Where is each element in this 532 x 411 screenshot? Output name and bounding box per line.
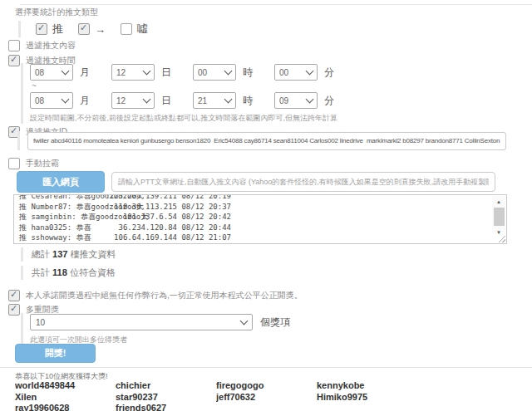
scrollbar-down-arrow-icon[interactable]: ▼	[494, 228, 504, 237]
arrow-checkbox[interactable]	[78, 23, 90, 35]
id-filter-block	[17, 131, 506, 150]
prize-count-row: 10 個獎項	[30, 313, 379, 331]
qualified-count: 118	[52, 267, 67, 277]
push-type-option: 推	[36, 22, 63, 37]
end-hour-value: 21	[198, 96, 207, 105]
top-divider	[20, 4, 532, 5]
winner-name: star90237	[116, 392, 216, 404]
push-line: 推 Number87: 恭喜goodzoozoo大 110.30.113.215…	[19, 202, 488, 213]
minute-unit-label: 分	[324, 66, 334, 80]
import-webpage-button[interactable]: 匯入網頁	[17, 171, 105, 193]
push-lines: 推 Cesarean: 恭喜goodzoozoo大 123.204.139.21…	[19, 194, 488, 243]
end-month-select[interactable]: 08	[30, 92, 73, 109]
push-line-meta: 101.137.6.54 08/12 20:42	[19, 212, 231, 223]
push-line: 推 Cesarean: 恭喜goodzoozoo大 123.204.139.21…	[19, 194, 488, 202]
push-type-section-title: 選擇要統計的推文類型	[15, 7, 98, 18]
manual-slot-row: 手動拉霸	[8, 158, 59, 169]
arrow-checkbox-label: →	[95, 23, 106, 36]
start-day-value: 12	[116, 68, 126, 77]
draw-button[interactable]: 開獎!	[15, 344, 96, 363]
chevron-down-icon	[62, 67, 70, 76]
chevron-down-icon	[240, 317, 249, 325]
prize-count-unit-label: 個獎項	[260, 316, 290, 330]
time-end-row: 08 月 12 日 21 時 09 分	[30, 91, 429, 110]
id-filter-input[interactable]	[27, 132, 506, 150]
pledge-row: 本人承諾開獎過程中絕無任何作弊行為,一切正常使用本程式公平公正開獎。	[8, 290, 303, 301]
push-content-textarea[interactable]: 推 Cesarean: 恭喜goodzoozoo大 123.204.139.21…	[13, 194, 507, 244]
chevron-down-icon	[224, 95, 233, 104]
chevron-down-icon	[306, 67, 314, 76]
start-month-select[interactable]: 08	[30, 64, 73, 81]
month-unit-label: 月	[80, 66, 90, 80]
import-row: 匯入網頁	[17, 171, 495, 193]
total-suffix: 樓推文資料	[70, 249, 116, 259]
filter-content-label: 過濾推文內容	[26, 40, 76, 51]
end-minute-select[interactable]: 09	[274, 92, 318, 109]
manual-slot-label: 手動拉霸	[26, 158, 59, 169]
total-prefix: 總計	[32, 249, 50, 259]
winner-name: jeff70632	[216, 392, 317, 404]
start-minute-value: 00	[279, 68, 288, 77]
start-hour-select[interactable]: 00	[193, 64, 236, 81]
filter-content-row: 過濾推文內容	[8, 40, 76, 51]
push-line-meta: 106.64.169.144 08/12 21:07	[19, 232, 231, 243]
pledge-checkbox[interactable]	[8, 290, 20, 301]
pledge-label: 本人承諾開獎過程中絕無任何作弊行為,一切正常使用本程式公平公正開獎。	[26, 290, 303, 301]
push-type-option: →	[78, 23, 106, 36]
push-line-meta: 123.204.139.211 08/12 20:19	[19, 194, 231, 202]
ptt-url-input[interactable]	[111, 172, 495, 192]
hour-unit-label: 時	[243, 66, 253, 80]
multi-draw-checkbox[interactable]	[8, 304, 20, 316]
winner-name: Himiko9975	[317, 392, 417, 404]
manual-slot-checkbox[interactable]	[8, 158, 20, 169]
result-divider	[0, 367, 532, 368]
winner-name: chichier	[116, 380, 216, 392]
push-type-option: 噓	[121, 22, 148, 37]
push-checkbox[interactable]	[36, 23, 47, 35]
prize-count-select[interactable]: 10	[30, 314, 253, 330]
month-unit-label: 月	[80, 94, 90, 108]
start-month-value: 08	[35, 68, 44, 77]
winner-name: world4849844	[15, 380, 116, 392]
scrollbar-up-arrow-icon[interactable]: ▲	[494, 198, 504, 207]
chevron-down-icon	[143, 67, 151, 76]
day-unit-label: 日	[161, 94, 171, 108]
scrollbar-thumb[interactable]	[494, 208, 505, 226]
prize-count-value: 10	[36, 318, 45, 327]
boo-checkbox[interactable]	[121, 23, 132, 35]
winner-name: friends0627	[116, 403, 216, 411]
push-checkbox-label: 推	[52, 22, 63, 37]
total-count: 137	[52, 249, 67, 259]
time-range-hint: 設定時間範圍,不分前後,前後設定起點或終點都可以,推文時間落在範圍內即可,但無法…	[30, 113, 429, 124]
winner-name: ray19960628	[15, 403, 116, 411]
day-unit-label: 日	[161, 66, 171, 80]
end-month-value: 08	[35, 96, 44, 105]
start-minute-select[interactable]: 00	[274, 64, 318, 81]
start-hour-value: 00	[198, 68, 207, 77]
winner-list: world4849844 chichier firegogogo kennyko…	[15, 380, 464, 411]
multi-draw-block: 10 個獎項 此選項可一次開出多位得獎者	[21, 313, 379, 345]
winner-name: kennykobe	[317, 380, 417, 392]
hour-unit-label: 時	[243, 94, 253, 108]
winner-name: firegogogo	[216, 380, 317, 392]
time-range-tilde: ~	[32, 81, 429, 91]
chevron-down-icon	[306, 95, 314, 104]
time-filter-block: 08 月 12 日 00 時 00 分 ~ 08 月 12 日	[21, 63, 429, 124]
chevron-down-icon	[143, 95, 151, 104]
chevron-down-icon	[62, 95, 70, 104]
push-line: 推 sshowway: 恭喜 106.64.169.144 08/12 21:0…	[19, 232, 488, 243]
push-line: 推 hana0325: 恭喜 36.234.120.84 08/12 20:44	[19, 223, 488, 233]
push-line: 推 samginbin: 恭喜goodzoozoo大 101.137.6.54 …	[19, 212, 488, 223]
chevron-down-icon	[224, 67, 233, 76]
end-day-select[interactable]: 12	[111, 92, 155, 109]
qualified-suffix: 位符合資格	[70, 267, 116, 277]
end-hour-select[interactable]: 21	[193, 92, 236, 109]
qualified-count-line: 共計 118 位符合資格	[21, 266, 116, 280]
push-type-options-row: 推 → 噓	[18, 21, 163, 37]
filter-time-checkbox[interactable]	[8, 55, 20, 66]
start-day-select[interactable]: 12	[111, 64, 155, 81]
filter-content-checkbox[interactable]	[8, 40, 20, 51]
end-day-value: 12	[116, 96, 126, 105]
total-pushes-line: 總計 137 樓推文資料	[21, 247, 116, 262]
push-line-meta: 36.234.120.84 08/12 20:44	[19, 223, 231, 233]
